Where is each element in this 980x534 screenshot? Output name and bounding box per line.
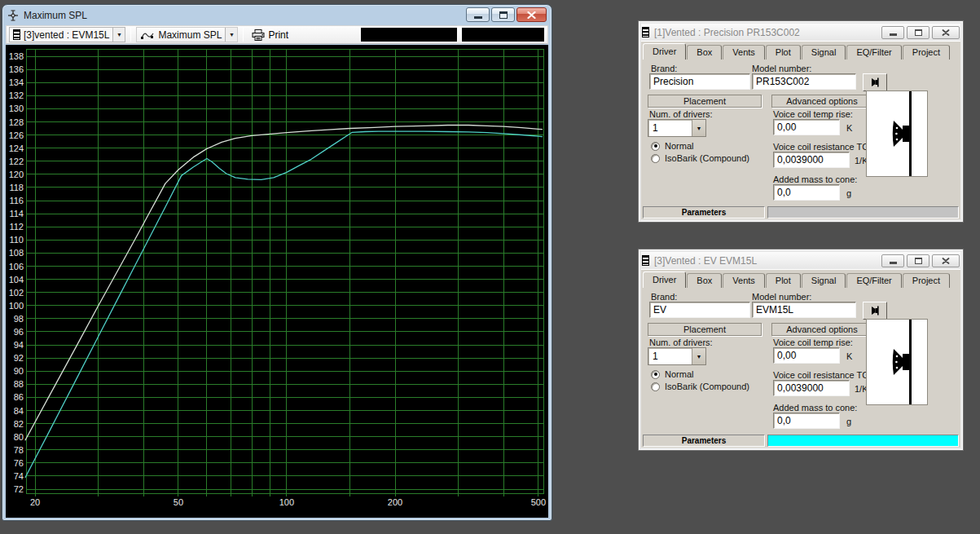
- tab-plot[interactable]: Plot: [766, 45, 801, 60]
- tab-project[interactable]: Project: [903, 45, 950, 60]
- svg-text:72: 72: [14, 484, 24, 494]
- driver-tab-page: Driver Box Vents Plot Signal EQ/Filter P…: [641, 41, 960, 219]
- project-selector[interactable]: [3]vented : EVM15L ▼: [9, 27, 125, 42]
- tab-bar: Driver Box Vents Plot Signal EQ/Filter P…: [643, 271, 951, 288]
- radio-normal-label: Normal: [665, 369, 693, 379]
- svg-text:120: 120: [9, 170, 24, 179]
- brand-input[interactable]: [649, 73, 750, 90]
- curve-color-indicator: [767, 435, 959, 447]
- window-titlebar[interactable]: [1]Vented : Precision PR153C002: [641, 24, 960, 41]
- window-title: [3]Vented : EV EVM15L: [654, 255, 757, 267]
- added-mass-input[interactable]: [773, 413, 840, 429]
- radio-normal[interactable]: Normal: [651, 369, 693, 379]
- num-drivers-select[interactable]: 1 ▼: [648, 347, 706, 365]
- minimize-button[interactable]: [466, 7, 490, 22]
- svg-text:110: 110: [9, 235, 24, 245]
- placement-header[interactable]: Placement: [648, 95, 762, 108]
- svg-text:74: 74: [14, 471, 24, 481]
- radio-isobarik[interactable]: IsoBarik (Compound): [651, 382, 749, 391]
- svg-text:500: 500: [531, 497, 546, 507]
- plot-type-selector[interactable]: Maximum SPL ▼: [136, 27, 238, 42]
- plot-type-value: Maximum SPL: [158, 29, 222, 41]
- advanced-options-header[interactable]: Advanced options: [771, 323, 872, 336]
- chevron-down-icon[interactable]: ▼: [692, 348, 705, 364]
- tab-eqfilter[interactable]: EQ/Filter: [846, 45, 901, 60]
- tab-plot[interactable]: Plot: [766, 273, 801, 288]
- vc-temp-label: Voice coil temp rise:: [773, 338, 853, 347]
- maximize-button[interactable]: [491, 7, 515, 22]
- chevron-down-icon[interactable]: ▼: [112, 28, 125, 42]
- vc-resistance-label: Voice coil resistance TC:: [773, 370, 871, 380]
- close-icon: [527, 11, 536, 19]
- radio-unselected-icon: [651, 154, 660, 163]
- svg-text:94: 94: [14, 340, 24, 350]
- radio-isobarik[interactable]: IsoBarik (Compound): [651, 153, 749, 163]
- svg-text:112: 112: [9, 222, 24, 232]
- svg-text:88: 88: [14, 379, 24, 389]
- svg-text:92: 92: [14, 353, 24, 363]
- radio-selected-icon: [651, 370, 660, 379]
- placement-header[interactable]: Placement: [648, 323, 762, 336]
- maximize-button[interactable]: [907, 26, 929, 39]
- plot-window-titlebar[interactable]: Maximum SPL: [6, 5, 548, 25]
- model-number-input[interactable]: [752, 73, 856, 90]
- svg-text:102: 102: [9, 288, 24, 298]
- minimize-button[interactable]: [881, 26, 904, 39]
- vc-temp-input[interactable]: [773, 347, 840, 364]
- tab-box[interactable]: Box: [687, 45, 722, 60]
- tab-signal[interactable]: Signal: [802, 45, 846, 60]
- parameters-status[interactable]: Parameters: [643, 206, 765, 218]
- close-button[interactable]: [932, 26, 960, 39]
- vc-resistance-input[interactable]: [773, 380, 850, 396]
- close-button[interactable]: [516, 7, 547, 22]
- print-button[interactable]: Print: [248, 27, 292, 42]
- svg-text:20: 20: [30, 497, 40, 507]
- tab-box[interactable]: Box: [687, 273, 722, 288]
- minimize-button[interactable]: [881, 254, 904, 267]
- window-titlebar[interactable]: [3]Vented : EV EVM15L: [641, 252, 960, 269]
- chevron-down-icon[interactable]: ▼: [225, 28, 237, 42]
- radio-normal[interactable]: Normal: [651, 141, 693, 151]
- added-mass-unit: g: [846, 188, 851, 198]
- tab-vents[interactable]: Vents: [723, 45, 765, 60]
- added-mass-label: Added mass to cone:: [773, 403, 857, 413]
- num-drivers-select[interactable]: 1 ▼: [648, 119, 706, 137]
- model-number-input[interactable]: [752, 302, 856, 318]
- tab-driver[interactable]: Driver: [643, 271, 686, 288]
- plot-window-title: Maximum SPL: [24, 10, 87, 21]
- tab-eqfilter[interactable]: EQ/Filter: [846, 273, 901, 288]
- driver-window-precision: [1]Vented : Precision PR153C002 Driver B…: [638, 20, 964, 223]
- vc-resistance-input[interactable]: [773, 152, 850, 168]
- maximize-button[interactable]: [907, 254, 929, 267]
- brand-input[interactable]: [649, 302, 750, 318]
- num-drivers-label: Num. of drivers:: [649, 338, 713, 347]
- close-button[interactable]: [932, 254, 960, 267]
- svg-text:118: 118: [9, 183, 24, 192]
- svg-text:136: 136: [9, 64, 24, 74]
- svg-text:50: 50: [174, 497, 183, 507]
- svg-text:128: 128: [9, 117, 24, 127]
- curve-color-indicator: [767, 206, 959, 218]
- vc-temp-input[interactable]: [773, 119, 840, 135]
- svg-text:104: 104: [9, 275, 24, 285]
- vc-temp-unit: K: [846, 123, 852, 133]
- parameters-status[interactable]: Parameters: [643, 435, 765, 447]
- tab-vents[interactable]: Vents: [723, 273, 765, 288]
- num-drivers-value: 1: [648, 348, 692, 364]
- vc-temp-label: Voice coil temp rise:: [773, 109, 853, 119]
- added-mass-input[interactable]: [773, 184, 840, 201]
- plot-area[interactable]: 7274767880828486889092949698100102104106…: [6, 45, 548, 518]
- radio-isobarik-label: IsoBarik (Compound): [665, 382, 749, 391]
- chevron-down-icon[interactable]: ▼: [692, 120, 705, 136]
- readout-left: [360, 27, 458, 42]
- tab-project[interactable]: Project: [903, 273, 950, 288]
- num-drivers-value: 1: [648, 120, 692, 136]
- advanced-options-header[interactable]: Advanced options: [771, 95, 872, 108]
- driver-database-button[interactable]: [863, 302, 887, 320]
- project-icon: [642, 27, 649, 38]
- driver-database-button[interactable]: [863, 73, 887, 91]
- svg-text:124: 124: [9, 143, 24, 153]
- tab-driver[interactable]: Driver: [643, 43, 686, 60]
- vc-temp-unit: K: [846, 351, 852, 361]
- tab-signal[interactable]: Signal: [802, 273, 846, 288]
